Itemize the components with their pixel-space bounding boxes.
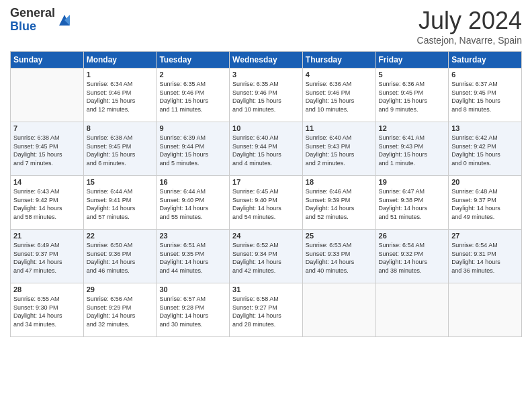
cell-info: Sunrise: 6:52 AM Sunset: 9:34 PM Dayligh… [232, 241, 300, 275]
cell-info: Sunrise: 6:41 AM Sunset: 9:43 PM Dayligh… [379, 134, 446, 167]
calendar-cell: 16Sunrise: 6:44 AM Sunset: 9:40 PM Dayli… [157, 176, 230, 230]
day-number: 11 [306, 124, 373, 132]
calendar-cell: 20Sunrise: 6:48 AM Sunset: 9:37 PM Dayli… [449, 176, 522, 230]
col-wednesday: Wednesday [230, 52, 303, 68]
calendar-cell: 9Sunrise: 6:39 AM Sunset: 9:44 PM Daylig… [157, 122, 230, 176]
day-number: 19 [379, 178, 446, 186]
calendar-header-row: Sunday Monday Tuesday Wednesday Thursday… [11, 52, 522, 68]
cell-info: Sunrise: 6:46 AM Sunset: 9:39 PM Dayligh… [306, 187, 373, 221]
calendar-cell: 14Sunrise: 6:43 AM Sunset: 9:42 PM Dayli… [11, 176, 84, 230]
cell-info: Sunrise: 6:48 AM Sunset: 9:37 PM Dayligh… [451, 187, 519, 221]
cell-info: Sunrise: 6:54 AM Sunset: 9:31 PM Dayligh… [451, 241, 519, 275]
cell-info: Sunrise: 6:37 AM Sunset: 9:45 PM Dayligh… [451, 80, 519, 113]
day-number: 16 [159, 178, 226, 186]
day-number: 9 [159, 124, 226, 132]
day-number: 28 [13, 285, 81, 293]
calendar-cell: 8Sunrise: 6:38 AM Sunset: 9:45 PM Daylig… [83, 122, 157, 176]
day-number: 17 [232, 178, 300, 186]
title-block: July 2024 Castejon, Navarre, Spain [417, 7, 522, 46]
calendar-cell: 7Sunrise: 6:38 AM Sunset: 9:45 PM Daylig… [11, 122, 84, 176]
cell-info: Sunrise: 6:57 AM Sunset: 9:28 PM Dayligh… [159, 295, 226, 328]
cell-info: Sunrise: 6:51 AM Sunset: 9:35 PM Dayligh… [159, 241, 226, 275]
calendar-cell: 22Sunrise: 6:50 AM Sunset: 9:36 PM Dayli… [83, 230, 157, 283]
calendar-body: 1Sunrise: 6:34 AM Sunset: 9:46 PM Daylig… [11, 68, 522, 337]
day-number: 14 [13, 178, 81, 186]
page-container: General Blue July 2024 Castejon, Navarre… [0, 0, 532, 344]
cell-info: Sunrise: 6:44 AM Sunset: 9:40 PM Dayligh… [159, 187, 226, 221]
calendar-cell: 21Sunrise: 6:49 AM Sunset: 9:37 PM Dayli… [11, 230, 84, 283]
cell-info: Sunrise: 6:56 AM Sunset: 9:29 PM Dayligh… [87, 295, 154, 328]
cell-info: Sunrise: 6:38 AM Sunset: 9:45 PM Dayligh… [13, 134, 81, 167]
cell-info: Sunrise: 6:36 AM Sunset: 9:46 PM Dayligh… [306, 80, 373, 113]
calendar-cell: 28Sunrise: 6:55 AM Sunset: 9:30 PM Dayli… [11, 283, 84, 337]
calendar-week-row: 1Sunrise: 6:34 AM Sunset: 9:46 PM Daylig… [11, 68, 522, 122]
calendar-cell: 3Sunrise: 6:35 AM Sunset: 9:46 PM Daylig… [230, 68, 303, 122]
day-number: 13 [451, 124, 519, 132]
cell-info: Sunrise: 6:40 AM Sunset: 9:43 PM Dayligh… [306, 134, 373, 167]
logo-icon [56, 12, 73, 28]
calendar-cell [302, 283, 375, 337]
day-number: 26 [379, 232, 446, 240]
calendar-week-row: 28Sunrise: 6:55 AM Sunset: 9:30 PM Dayli… [11, 283, 522, 337]
cell-info: Sunrise: 6:40 AM Sunset: 9:44 PM Dayligh… [232, 134, 300, 167]
cell-info: Sunrise: 6:35 AM Sunset: 9:46 PM Dayligh… [159, 80, 226, 113]
calendar-cell: 13Sunrise: 6:42 AM Sunset: 9:42 PM Dayli… [449, 122, 522, 176]
cell-info: Sunrise: 6:43 AM Sunset: 9:42 PM Dayligh… [13, 187, 81, 221]
cell-info: Sunrise: 6:44 AM Sunset: 9:41 PM Dayligh… [87, 187, 154, 221]
month-title: July 2024 [417, 7, 522, 35]
calendar-cell: 4Sunrise: 6:36 AM Sunset: 9:46 PM Daylig… [302, 68, 375, 122]
day-number: 30 [159, 285, 226, 293]
cell-info: Sunrise: 6:47 AM Sunset: 9:38 PM Dayligh… [379, 187, 446, 221]
cell-info: Sunrise: 6:58 AM Sunset: 9:27 PM Dayligh… [232, 295, 300, 328]
calendar-cell: 17Sunrise: 6:45 AM Sunset: 9:40 PM Dayli… [230, 176, 303, 230]
calendar-cell: 5Sunrise: 6:36 AM Sunset: 9:45 PM Daylig… [375, 68, 449, 122]
day-number: 8 [87, 124, 154, 132]
calendar-cell: 26Sunrise: 6:54 AM Sunset: 9:32 PM Dayli… [375, 230, 449, 283]
cell-info: Sunrise: 6:55 AM Sunset: 9:30 PM Dayligh… [13, 295, 81, 328]
calendar-cell: 10Sunrise: 6:40 AM Sunset: 9:44 PM Dayli… [230, 122, 303, 176]
day-number: 1 [87, 71, 154, 79]
day-number: 24 [232, 232, 300, 240]
cell-info: Sunrise: 6:45 AM Sunset: 9:40 PM Dayligh… [232, 187, 300, 221]
page-header: General Blue July 2024 Castejon, Navarre… [10, 7, 522, 46]
day-number: 23 [159, 232, 226, 240]
cell-info: Sunrise: 6:38 AM Sunset: 9:45 PM Dayligh… [87, 134, 154, 167]
cell-info: Sunrise: 6:53 AM Sunset: 9:33 PM Dayligh… [306, 241, 373, 275]
calendar-cell: 29Sunrise: 6:56 AM Sunset: 9:29 PM Dayli… [83, 283, 157, 337]
day-number: 31 [232, 285, 300, 293]
calendar-cell: 23Sunrise: 6:51 AM Sunset: 9:35 PM Dayli… [157, 230, 230, 283]
calendar-week-row: 7Sunrise: 6:38 AM Sunset: 9:45 PM Daylig… [11, 122, 522, 176]
day-number: 20 [451, 178, 519, 186]
day-number: 6 [451, 71, 519, 79]
calendar-cell: 18Sunrise: 6:46 AM Sunset: 9:39 PM Dayli… [302, 176, 375, 230]
calendar-cell: 11Sunrise: 6:40 AM Sunset: 9:43 PM Dayli… [302, 122, 375, 176]
calendar-week-row: 14Sunrise: 6:43 AM Sunset: 9:42 PM Dayli… [11, 176, 522, 230]
calendar-table: Sunday Monday Tuesday Wednesday Thursday… [10, 51, 522, 337]
calendar-cell: 24Sunrise: 6:52 AM Sunset: 9:34 PM Dayli… [230, 230, 303, 283]
day-number: 4 [306, 71, 373, 79]
col-friday: Friday [375, 52, 449, 68]
calendar-cell: 30Sunrise: 6:57 AM Sunset: 9:28 PM Dayli… [157, 283, 230, 337]
logo-general-text: General [10, 6, 55, 19]
calendar-cell: 6Sunrise: 6:37 AM Sunset: 9:45 PM Daylig… [449, 68, 522, 122]
day-number: 3 [232, 71, 300, 79]
day-number: 29 [87, 285, 154, 293]
calendar-cell: 2Sunrise: 6:35 AM Sunset: 9:46 PM Daylig… [157, 68, 230, 122]
cell-info: Sunrise: 6:35 AM Sunset: 9:46 PM Dayligh… [232, 80, 300, 113]
day-number: 22 [87, 232, 154, 240]
calendar-cell: 27Sunrise: 6:54 AM Sunset: 9:31 PM Dayli… [449, 230, 522, 283]
day-number: 7 [13, 124, 81, 132]
day-number: 15 [87, 178, 154, 186]
cell-info: Sunrise: 6:50 AM Sunset: 9:36 PM Dayligh… [87, 241, 154, 275]
col-thursday: Thursday [302, 52, 375, 68]
calendar-cell [449, 283, 522, 337]
calendar-week-row: 21Sunrise: 6:49 AM Sunset: 9:37 PM Dayli… [11, 230, 522, 283]
day-number: 2 [159, 71, 226, 79]
day-number: 18 [306, 178, 373, 186]
calendar-cell: 19Sunrise: 6:47 AM Sunset: 9:38 PM Dayli… [375, 176, 449, 230]
calendar-cell: 15Sunrise: 6:44 AM Sunset: 9:41 PM Dayli… [83, 176, 157, 230]
day-number: 10 [232, 124, 300, 132]
cell-info: Sunrise: 6:54 AM Sunset: 9:32 PM Dayligh… [379, 241, 446, 275]
calendar-cell [11, 68, 84, 122]
location-subtitle: Castejon, Navarre, Spain [417, 35, 522, 46]
